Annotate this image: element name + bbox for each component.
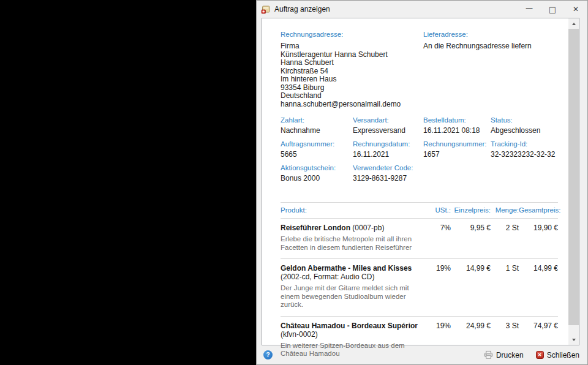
- shipping-address-block: Lieferadresse: An die Rechnungsadresse l…: [423, 31, 558, 108]
- product-code: (2002-cd, Format: Audio CD): [281, 273, 374, 281]
- field-used-code: Verwendeter Code: 3129-8631-9287: [353, 164, 423, 188]
- print-button-label: Drucken: [496, 351, 524, 359]
- shipping-address-label: Lieferadresse:: [423, 31, 558, 38]
- footer-bar: ? Drucken ✕ Schließen: [257, 345, 587, 364]
- billing-line-street: Kirchstraße 54: [281, 67, 423, 76]
- minimize-icon: —: [526, 4, 533, 12]
- field-label: Tracking-Id:: [491, 140, 558, 148]
- scroll-down-icon: [572, 339, 576, 341]
- address-section: Rechnungsadresse: Firma Künstleragentur …: [281, 31, 558, 108]
- maximize-button[interactable]: □: [541, 1, 564, 18]
- product-cell: Geldon Abermathe - Miles and Kisses (200…: [281, 259, 432, 317]
- field-order-number: Auftragsnummer: 5665: [281, 140, 353, 164]
- product-code: (kfvn-0002): [281, 330, 318, 339]
- question-mark-icon: ?: [266, 352, 270, 358]
- close-button-label: Schließen: [547, 351, 579, 359]
- titlebar[interactable]: Auftrag anzeigen — □ ✕: [257, 1, 587, 18]
- field-label: Status:: [491, 116, 558, 124]
- product-code: (0007-pb): [350, 224, 384, 232]
- product-vat: 19%: [432, 259, 451, 317]
- field-invoice-date: Rechnungsdatum: 16.11.2021: [353, 140, 423, 164]
- billing-line-name: Hanna Schubert: [281, 59, 423, 67]
- app-icon: [261, 4, 271, 14]
- caption-buttons: — □ ✕: [518, 1, 587, 18]
- field-label: Aktionsgutschein:: [281, 164, 353, 171]
- minimize-button[interactable]: —: [518, 1, 541, 18]
- order-detail-content: Rechnungsadresse: Firma Künstleragentur …: [281, 31, 558, 365]
- field-payment: Zahlart: Nachnahme: [281, 116, 353, 140]
- product-quantity: 2 St: [491, 219, 519, 259]
- billing-line-country: Deutschland: [281, 92, 423, 100]
- field-label: Zahlart:: [281, 116, 353, 124]
- product-name-line: Château Hamadou - Bordeaux Supérior (kfv…: [281, 322, 426, 339]
- field-value: 1657: [423, 150, 491, 159]
- window-title: Auftrag anzeigen: [274, 5, 330, 13]
- billing-line-company: Künstleragentur Hanna Schubert: [281, 51, 423, 59]
- field-promo-voucher: Aktionsgutschein: Bonus 2000: [281, 164, 353, 188]
- header-product: Produkt:: [281, 203, 432, 219]
- close-icon: ✕: [573, 5, 579, 13]
- billing-address-block: Rechnungsadresse: Firma Künstleragentur …: [281, 31, 423, 108]
- close-button[interactable]: ✕: [564, 1, 587, 18]
- field-value: 32-32323232-32-32: [491, 150, 558, 159]
- product-description: Der Junge mit der Gitarre meldet sich mi…: [281, 284, 426, 309]
- order-detail-panel: Rechnungsadresse: Firma Künstleragentur …: [262, 18, 579, 345]
- billing-line-company-type: Firma: [281, 42, 423, 51]
- billing-line-address2: Im hinteren Haus: [281, 75, 423, 84]
- order-fields: Zahlart: Nachnahme Versandart: Expressve…: [281, 116, 558, 188]
- product-vat: 7%: [432, 219, 451, 259]
- field-row-1: Zahlart: Nachnahme Versandart: Expressve…: [281, 116, 558, 140]
- field-invoice-number: Rechnungsnummer: 1657: [423, 140, 491, 164]
- print-button[interactable]: Drucken: [484, 350, 524, 359]
- product-name: Reiseführer London: [281, 224, 350, 232]
- scroll-down-button[interactable]: [568, 334, 579, 345]
- product-name-line: Geldon Abermathe - Miles and Kisses (200…: [281, 264, 426, 281]
- field-value: 5665: [281, 150, 353, 159]
- product-unit-price: 9,95 €: [451, 219, 491, 259]
- help-button[interactable]: ?: [263, 350, 273, 359]
- billing-line-email: hanna.schubert@personalmail.demo: [281, 100, 423, 109]
- field-row-2: Auftragsnummer: 5665 Rechnungsdatum: 16.…: [281, 140, 558, 164]
- header-total: Gesamtpreis:: [519, 203, 558, 219]
- field-label: Versandart:: [353, 116, 423, 124]
- printer-icon: [484, 350, 493, 359]
- field-value: Abgeschlossen: [491, 126, 558, 135]
- header-vat: USt.:: [432, 203, 451, 219]
- billing-address-label: Rechnungsadresse:: [281, 31, 423, 38]
- field-value: 3129-8631-9287: [353, 174, 423, 182]
- vertical-scrollbar[interactable]: [568, 18, 579, 345]
- product-unit-price: 14,99 €: [451, 259, 491, 317]
- close-dialog-button[interactable]: ✕ Schließen: [536, 351, 579, 359]
- order-detail-window: Auftrag anzeigen — □ ✕ Rechnungsadresse:…: [256, 0, 588, 365]
- field-label: Auftragsnummer:: [281, 140, 353, 148]
- scroll-up-button[interactable]: [568, 18, 579, 29]
- field-order-date: Bestelldatum: 16.11.2021 08:18: [423, 116, 491, 140]
- field-row-3: Aktionsgutschein: Bonus 2000 Verwendeter…: [281, 164, 558, 188]
- product-row: Reiseführer London (0007-pb) Erlebe die …: [281, 219, 558, 259]
- field-value: 16.11.2021 08:18: [423, 126, 491, 135]
- product-name: Geldon Abermathe - Miles and Kisses: [281, 264, 412, 273]
- field-label: Bestelldatum:: [423, 116, 491, 124]
- maximize-icon: □: [549, 5, 556, 14]
- product-name-line: Reiseführer London (0007-pb): [281, 224, 426, 232]
- product-total: 14,99 €: [519, 259, 558, 317]
- products-table: Produkt: USt.: Einzelpreis: Menge: Gesam…: [281, 202, 558, 365]
- header-quantity: Menge:: [491, 203, 519, 219]
- x-glyph: ✕: [538, 352, 542, 358]
- field-tracking-id: Tracking-Id: 32-32323232-32-32: [491, 140, 558, 164]
- products-header-row: Produkt: USt.: Einzelpreis: Menge: Gesam…: [281, 203, 558, 219]
- product-row: Geldon Abermathe - Miles and Kisses (200…: [281, 259, 558, 317]
- product-cell: Reiseführer London (0007-pb) Erlebe die …: [281, 219, 432, 259]
- field-value: Nachnahme: [281, 126, 353, 135]
- field-label: Rechnungsnummer:: [423, 140, 491, 148]
- field-value: 16.11.2021: [353, 150, 423, 159]
- shipping-address-value: An die Rechnungsadresse liefern: [423, 42, 558, 51]
- product-total: 19,90 €: [519, 219, 558, 259]
- product-name: Château Hamadou - Bordeaux Supérior: [281, 322, 418, 330]
- field-shipping-method: Versandart: Expressversand: [353, 116, 423, 140]
- scroll-up-icon: [572, 23, 576, 25]
- scrollbar-thumb[interactable]: [568, 29, 579, 325]
- close-red-icon: ✕: [536, 351, 544, 359]
- field-label: Rechnungsdatum:: [353, 140, 423, 148]
- field-value: Expressversand: [353, 126, 423, 135]
